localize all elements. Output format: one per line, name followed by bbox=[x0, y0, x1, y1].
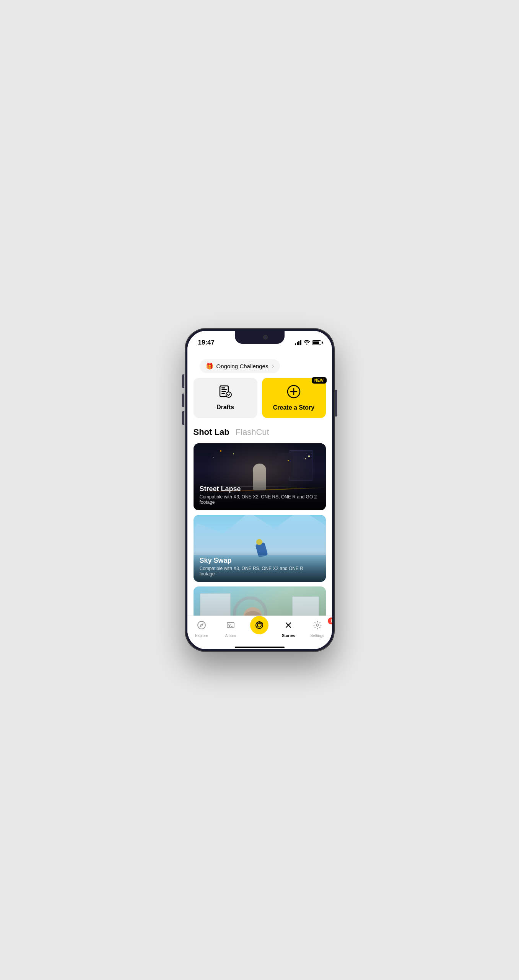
phone-screen: 19:47 bbox=[187, 331, 332, 649]
tab-flashcut[interactable]: FlashCut bbox=[236, 427, 269, 437]
card-street-subtitle: Compatible with X3, ONE X2, ONE RS, ONE … bbox=[200, 494, 320, 505]
explore-label: Explore bbox=[195, 634, 208, 638]
album-icon bbox=[226, 621, 235, 632]
card-nose-mode[interactable]: Nose Mode Compatible with X3, ONE X2 and… bbox=[194, 586, 326, 616]
svg-rect-1 bbox=[221, 387, 225, 389]
card-nose-bg bbox=[194, 586, 326, 616]
svg-point-12 bbox=[257, 623, 261, 627]
bottom-navigation: Explore Album bbox=[187, 616, 332, 647]
camera-center-icon bbox=[250, 616, 268, 634]
stories-label: Stories bbox=[282, 634, 295, 638]
card-street-overlay: Street Lapse Compatible with X3, ONE X2,… bbox=[194, 480, 326, 510]
explore-icon bbox=[197, 621, 206, 632]
card-sky-title: Sky Swap bbox=[200, 557, 320, 565]
section-tabs: Shot Lab FlashCut bbox=[194, 427, 326, 437]
card-sky-overlay: Sky Swap Compatible with X3, ONE RS, ONE… bbox=[194, 551, 326, 582]
svg-point-7 bbox=[198, 621, 205, 629]
challenges-chevron: › bbox=[272, 363, 273, 369]
settings-icon bbox=[313, 621, 322, 632]
camera-notch bbox=[263, 335, 268, 340]
svg-rect-4 bbox=[221, 393, 225, 394]
status-bar: 19:47 bbox=[187, 331, 332, 350]
ongoing-challenges-button[interactable]: 🎁 Ongoing Challenges › bbox=[200, 359, 280, 373]
create-story-label: Create a Story bbox=[273, 404, 315, 411]
drafts-label: Drafts bbox=[216, 404, 234, 411]
drafts-icon bbox=[218, 385, 232, 401]
create-story-icon bbox=[287, 385, 301, 401]
settings-badge: 1 bbox=[328, 617, 332, 624]
svg-rect-8 bbox=[227, 622, 234, 628]
main-content: 🎁 Ongoing Challenges › bbox=[187, 350, 332, 616]
new-badge: NEW bbox=[312, 377, 327, 384]
svg-point-13 bbox=[316, 624, 319, 626]
tab-shotlab[interactable]: Shot Lab bbox=[194, 427, 229, 437]
svg-rect-3 bbox=[221, 391, 226, 392]
action-buttons-row: Drafts NEW Create a Story bbox=[194, 378, 326, 418]
nav-camera-center[interactable] bbox=[245, 619, 274, 634]
battery-icon bbox=[312, 340, 321, 345]
svg-point-10 bbox=[229, 624, 230, 626]
nav-settings[interactable]: 1 Settings bbox=[303, 619, 332, 638]
home-indicator bbox=[187, 647, 332, 649]
home-bar bbox=[235, 647, 285, 648]
nav-stories[interactable]: Stories bbox=[274, 619, 303, 638]
drafts-button[interactable]: Drafts bbox=[194, 378, 257, 418]
card-street-title: Street Lapse bbox=[200, 485, 320, 493]
signal-icon bbox=[295, 340, 301, 345]
notch bbox=[235, 331, 285, 344]
card-sky-subtitle: Compatible with X3, ONE RS, ONE X2 and O… bbox=[200, 566, 320, 577]
nav-album[interactable]: Album bbox=[216, 619, 245, 638]
challenges-label: Ongoing Challenges bbox=[216, 363, 268, 369]
create-story-button[interactable]: NEW Create a Story bbox=[262, 378, 326, 418]
nav-explore[interactable]: Explore bbox=[187, 619, 216, 638]
svg-rect-2 bbox=[221, 389, 227, 390]
status-time: 19:47 bbox=[198, 339, 215, 346]
challenges-icon: 🎁 bbox=[206, 363, 213, 370]
stories-icon bbox=[284, 621, 293, 632]
status-icons bbox=[295, 340, 321, 346]
phone-frame: 19:47 bbox=[185, 328, 334, 652]
card-sky-swap[interactable]: Sky Swap Compatible with X3, ONE RS, ONE… bbox=[194, 515, 326, 582]
wifi-icon bbox=[304, 340, 310, 346]
card-street-lapse[interactable]: Street Lapse Compatible with X3, ONE X2,… bbox=[194, 443, 326, 510]
album-label: Album bbox=[225, 634, 236, 638]
settings-label: Settings bbox=[311, 634, 324, 638]
svg-rect-9 bbox=[228, 622, 233, 622]
